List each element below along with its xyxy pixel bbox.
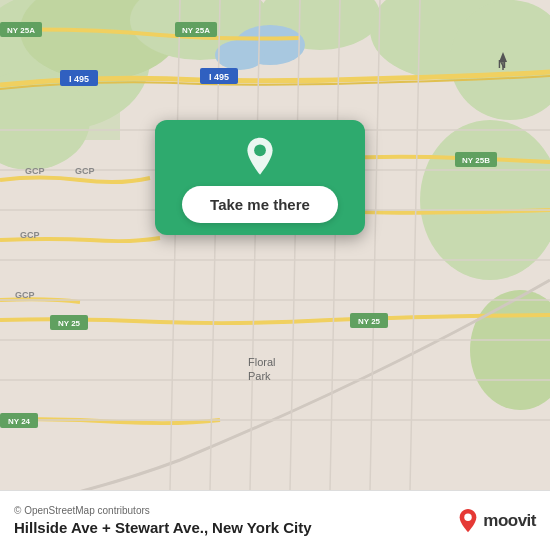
svg-text:NY 25: NY 25 [358, 317, 381, 326]
svg-point-58 [465, 513, 472, 520]
svg-text:NY 25A: NY 25A [182, 26, 210, 35]
svg-text:Floral: Floral [248, 356, 276, 368]
svg-point-12 [215, 40, 265, 70]
svg-text:NY 25A: NY 25A [7, 26, 35, 35]
city-name: New York City [212, 519, 311, 536]
moovit-pin-icon [457, 508, 479, 534]
location-pin-icon [239, 136, 281, 178]
svg-point-57 [254, 144, 266, 156]
moovit-logo: moovit [457, 508, 536, 534]
popup-card: Take me there [155, 120, 365, 235]
svg-text:NY 25: NY 25 [58, 319, 81, 328]
svg-text:GCP: GCP [25, 166, 45, 176]
svg-text:GCP: GCP [15, 290, 35, 300]
location-name: Hillside Ave + Stewart Ave., [14, 519, 208, 536]
svg-text:GCP: GCP [20, 230, 40, 240]
svg-text:NY 25B: NY 25B [462, 156, 490, 165]
bottom-bar: © OpenStreetMap contributors Hillside Av… [0, 490, 550, 550]
svg-text:I 495: I 495 [69, 74, 89, 84]
take-me-there-button[interactable]: Take me there [182, 186, 338, 223]
moovit-brand-text: moovit [483, 511, 536, 531]
svg-text:I 495: I 495 [209, 72, 229, 82]
svg-text:NY 24: NY 24 [8, 417, 31, 426]
svg-text:GCP: GCP [75, 166, 95, 176]
svg-text:Park: Park [248, 370, 271, 382]
map-container: I 495 I 495 NY 25A NY 25A NY 25B NY 25B … [0, 0, 550, 490]
